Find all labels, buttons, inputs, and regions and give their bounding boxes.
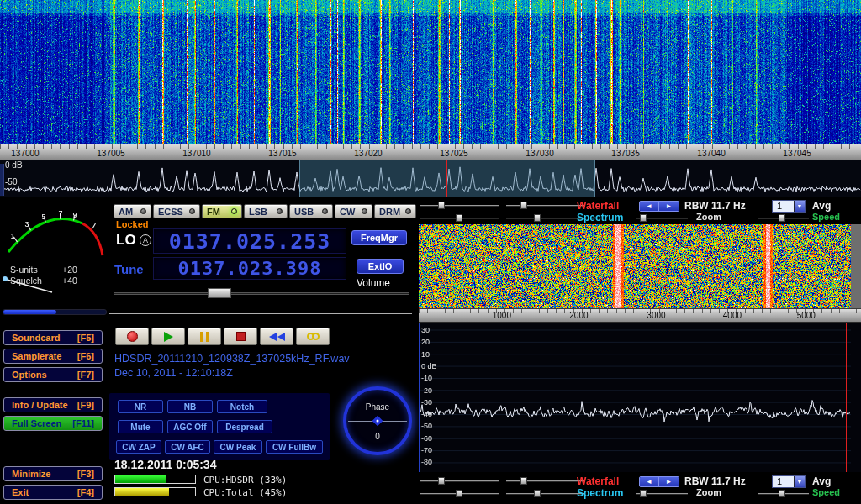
menu-button-minimize[interactable]: Minimize[F3] bbox=[3, 466, 103, 481]
speed-slider[interactable] bbox=[758, 488, 809, 498]
left-arrow-button[interactable]: ◄ bbox=[640, 202, 659, 211]
spectrum-ref-slider[interactable] bbox=[420, 488, 499, 498]
rf-ruler-label: 137035 bbox=[611, 149, 639, 158]
menu-label: Minimize bbox=[12, 469, 50, 479]
cw-fullbw-button[interactable]: CW FullBw bbox=[266, 440, 323, 454]
mode-button-fm[interactable]: FM bbox=[202, 204, 242, 218]
slider-thumb[interactable] bbox=[640, 214, 647, 222]
right-arrow-button[interactable]: ► bbox=[659, 202, 679, 211]
mode-button-cw[interactable]: CW bbox=[335, 204, 372, 218]
slider-thumb[interactable] bbox=[520, 202, 527, 209]
s-meter-green-arc bbox=[8, 219, 82, 252]
mode-button-drm[interactable]: DRM bbox=[374, 204, 416, 218]
cw-zap-button[interactable]: CW ZAP bbox=[116, 440, 161, 454]
volume-slider[interactable] bbox=[114, 287, 409, 299]
rf-ruler-label: 137040 bbox=[697, 149, 725, 158]
slider-thumb[interactable] bbox=[438, 202, 445, 209]
audio-cursor-line[interactable] bbox=[846, 323, 847, 472]
speed-slider[interactable] bbox=[758, 213, 809, 223]
lock-a-badge[interactable]: A bbox=[140, 234, 151, 246]
rf-spectrum-scale-slider[interactable] bbox=[0, 164, 4, 196]
squelch-slider-fill[interactable] bbox=[3, 310, 56, 314]
avg-count-select[interactable]: 1 ▼ bbox=[772, 200, 806, 213]
slider-thumb[interactable] bbox=[456, 214, 462, 222]
record-button[interactable] bbox=[115, 328, 149, 345]
freqmgr-label: FreqMgr bbox=[361, 233, 398, 243]
lo-frequency-value: 0137.025.253 bbox=[169, 229, 331, 254]
rf-frequency-ruler[interactable]: 137000 137005 137010 137015 137020 13702… bbox=[0, 144, 861, 160]
mode-label: FM bbox=[207, 207, 220, 217]
nb-button[interactable]: NB bbox=[167, 400, 213, 413]
audio-waterfall-canvas[interactable] bbox=[419, 224, 851, 308]
combo-arrow-icon[interactable]: ▼ bbox=[794, 476, 805, 487]
notch-button[interactable]: Notch bbox=[217, 400, 267, 413]
combo-arrow-icon[interactable]: ▼ bbox=[794, 201, 805, 212]
tune-frequency-display[interactable]: 0137.023.398 bbox=[153, 257, 346, 280]
mode-label: DRM bbox=[379, 207, 400, 217]
squelch-label: Squelch bbox=[10, 276, 42, 286]
mode-button-ecss[interactable]: ECSS bbox=[153, 204, 200, 218]
mode-button-lsb[interactable]: LSB bbox=[244, 204, 288, 218]
spectrum-range-slider[interactable] bbox=[506, 488, 585, 498]
rf-passband-overlay[interactable] bbox=[299, 160, 594, 197]
cw-fullbw-label: CW FullBw bbox=[272, 443, 316, 452]
agc-button[interactable]: AGC Off bbox=[167, 420, 213, 433]
slider-thumb[interactable] bbox=[534, 490, 541, 497]
mode-button-usb[interactable]: USB bbox=[289, 204, 333, 218]
slider-thumb[interactable] bbox=[520, 477, 527, 485]
recording-filename: HDSDR_20111210_120938Z_137025kHz_RF.wav bbox=[114, 353, 350, 365]
nr-button[interactable]: NR bbox=[118, 400, 163, 413]
waterfall-brightness-slider[interactable] bbox=[420, 200, 499, 210]
slider-thumb[interactable] bbox=[640, 490, 647, 497]
spectrum-range-slider[interactable] bbox=[506, 213, 585, 223]
menu-key: [F11] bbox=[72, 418, 94, 428]
slider-thumb[interactable] bbox=[779, 490, 785, 497]
audio-frequency-ruler[interactable]: 1000 2000 3000 4000 5000 bbox=[419, 308, 861, 323]
rewind-button[interactable] bbox=[260, 328, 293, 345]
play-button[interactable] bbox=[151, 328, 185, 345]
menu-key: [F5] bbox=[77, 333, 94, 343]
slider-track bbox=[506, 205, 585, 206]
menu-button-soundcard[interactable]: Soundcard[F5] bbox=[3, 330, 103, 345]
extio-button[interactable]: ExtIO bbox=[357, 259, 404, 274]
stop-button[interactable] bbox=[224, 328, 257, 345]
volume-slider-thumb[interactable] bbox=[208, 288, 231, 298]
audio-ruler-label: 2000 bbox=[569, 311, 588, 320]
menu-button-fullscreen[interactable]: Full Screen[F11] bbox=[3, 416, 103, 431]
menu-button-options[interactable]: Options[F7] bbox=[3, 367, 103, 382]
menu-button-info-update[interactable]: Info / Update[F9] bbox=[3, 397, 103, 412]
left-arrow-button[interactable]: ◄ bbox=[640, 477, 659, 486]
zoom-slider[interactable] bbox=[636, 488, 688, 498]
loop-button[interactable] bbox=[296, 328, 330, 345]
mode-button-am[interactable]: AM bbox=[114, 204, 151, 218]
mute-button[interactable]: Mute bbox=[118, 420, 163, 433]
spectrum-label: Spectrum bbox=[577, 487, 623, 499]
menu-button-samplerate[interactable]: Samplerate[F6] bbox=[3, 349, 103, 364]
right-arrow-button[interactable]: ► bbox=[659, 477, 679, 486]
audio-ruler-label: 5000 bbox=[797, 311, 816, 320]
slider-thumb[interactable] bbox=[438, 477, 445, 485]
menu-label: Full Screen bbox=[12, 418, 61, 428]
slider-thumb[interactable] bbox=[456, 490, 462, 497]
slider-thumb[interactable] bbox=[534, 214, 541, 222]
avg-count-select[interactable]: 1 ▼ bbox=[772, 475, 806, 488]
cw-peak-button[interactable]: CW Peak bbox=[214, 440, 262, 454]
s-scale-3: 3 bbox=[24, 220, 29, 228]
cw-afc-button[interactable]: CW AFC bbox=[165, 440, 210, 454]
lo-frequency-display[interactable]: 0137.025.253 bbox=[153, 228, 346, 254]
rf-tune-marker[interactable] bbox=[446, 160, 447, 197]
slider-thumb[interactable] bbox=[779, 214, 785, 222]
dsp-panel: NR NB Notch Mute AGC Off Despread CW ZAP… bbox=[109, 393, 330, 460]
spectrum-ref-slider[interactable] bbox=[420, 213, 499, 223]
zoom-slider[interactable] bbox=[636, 213, 688, 223]
audio-spectrum-canvas[interactable] bbox=[419, 323, 851, 472]
pause-button[interactable] bbox=[188, 328, 221, 345]
squelch-slider[interactable] bbox=[3, 309, 107, 315]
menu-button-exit[interactable]: Exit[F4] bbox=[3, 485, 103, 500]
despread-button[interactable]: Despread bbox=[217, 420, 272, 433]
freqmgr-button[interactable]: FreqMgr bbox=[351, 230, 407, 245]
rf-waterfall-canvas[interactable] bbox=[0, 0, 861, 144]
waterfall-contrast-slider[interactable] bbox=[506, 200, 585, 210]
waterfall-brightness-slider[interactable] bbox=[420, 475, 499, 486]
waterfall-contrast-slider[interactable] bbox=[506, 475, 585, 486]
